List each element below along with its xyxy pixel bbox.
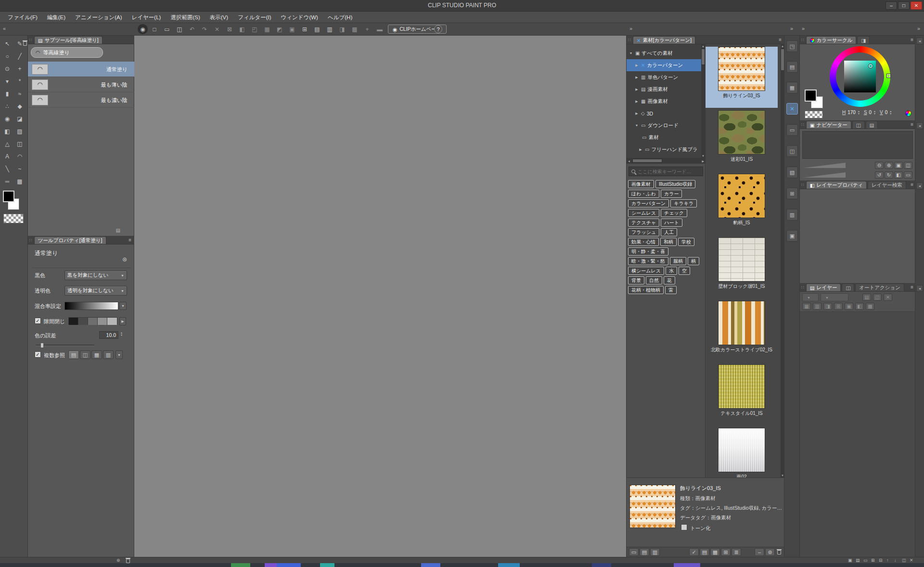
menu-edit[interactable]: 編集(E) [42,12,70,23]
collapse-layers-icon[interactable]: ◂ [916,285,923,292]
material-item[interactable]: 北欧カラーストライプ02_IS [706,301,778,362]
dock-expand-icon[interactable]: » [790,26,793,31]
dock-palette-icon-9[interactable]: ▥ [786,209,798,220]
panel-menu-icon[interactable]: ≡ [911,122,913,127]
materials-tab[interactable]: ✕ 素材[カラーパターン] [633,36,695,44]
lock-layer-icon[interactable]: ▤ [862,294,871,301]
balloon-tool[interactable]: ◠ [14,151,26,161]
status-icon[interactable]: ↑ [886,558,889,563]
maximize-button[interactable]: □ [898,1,910,10]
delete-material-icon[interactable] [777,550,781,554]
dock-palette-icon-10[interactable]: ▣ [786,230,798,242]
dock-palette-icon-3[interactable]: ▦ [786,82,798,93]
open-file-icon[interactable]: ▭ [161,24,173,34]
pencil-tool[interactable]: ╱ [14,51,26,61]
mask-layer-icon[interactable]: ◧ [855,303,864,310]
rotate-left-icon[interactable]: ↺ [875,171,884,179]
panel-grip-icon[interactable]: ∷ [29,38,32,42]
actual-size-icon[interactable]: ◫ [904,162,912,169]
line-tool[interactable]: ╲ [1,164,13,174]
zoom-tool[interactable]: ⊙ [1,64,13,74]
status-icon[interactable]: ◫ [902,558,906,563]
dock-palette-icon-8[interactable]: ⊞ [786,188,798,199]
new-folder-icon[interactable]: ▭ [629,548,639,556]
menu-selection[interactable]: 選択範囲(S) [166,12,205,23]
chevron-right-icon[interactable]: ▶ [638,148,643,152]
history-tab[interactable]: ◫ [842,284,854,291]
hue-marker[interactable] [887,74,890,77]
tag-button[interactable]: 水 [666,267,677,275]
tag-button[interactable]: 背景 [628,276,644,284]
tag-button[interactable]: カラーパターン [628,199,669,207]
menu-help[interactable]: ヘルプ(H) [323,12,357,23]
reset-view-icon[interactable]: ▭ [904,171,912,179]
delete-icon[interactable]: ✕ [211,24,223,34]
status-icon[interactable]: ⊞ [871,558,875,563]
collapse-layer-property-icon[interactable]: ◂ [916,182,923,189]
chevron-down-icon[interactable]: ▼ [634,124,639,127]
tag-button[interactable]: 横シームレス [628,267,664,275]
ruler-tool[interactable]: ═ [1,176,13,186]
panel-menu-icon[interactable]: ≡ [911,182,913,187]
tag-button[interactable]: 明・静・柔・喜 [628,247,668,256]
multi-reference-checkbox[interactable]: ✓ [35,351,41,358]
tag-button[interactable]: 花 [664,276,675,284]
tree-item-manga-material[interactable]: ▶ ▤ 漫画素材 [627,83,701,95]
clear-icon[interactable]: ⊠ [224,24,235,34]
snap-ruler-icon[interactable]: ▤ [311,24,323,34]
blend-ratio-gradient[interactable] [64,302,118,310]
tree-item-all-materials[interactable]: ▼ ▣ すべての素材 [627,47,701,59]
foreground-color-swatch[interactable] [3,191,14,202]
color-circle-tab[interactable]: カラーサークル [806,36,857,44]
frame-tool[interactable]: ◫ [14,139,26,149]
eyedropper-tool[interactable]: ▾ [1,76,13,86]
tool-property-tab[interactable]: ツールプロパティ[通常塗り] [34,236,106,244]
minimize-button[interactable]: – [886,1,897,10]
navigator-tab[interactable]: ▣ ナビゲーター [806,121,851,129]
tag-button[interactable]: カラー [661,190,682,198]
flip-horizontal-icon[interactable]: ◧ [894,171,903,179]
dock-palette-icon-2[interactable]: ▤ [786,61,798,73]
snap-special-ruler-icon[interactable]: ▥ [324,24,335,34]
tree-item-3d[interactable]: ▶ ◇ 3D [627,107,701,119]
transparent-color-swatch[interactable] [805,111,823,118]
tone-checkbox[interactable] [681,524,687,530]
value-stepper[interactable]: ▲▼ [889,110,892,115]
hue-stepper[interactable]: ▲▼ [858,110,860,115]
color-margin-slider-handle[interactable] [40,343,44,348]
status-icon[interactable]: ✕ [910,558,913,563]
tree-item-color-pattern[interactable]: ▶ ✕ カラーパターン [627,59,701,71]
status-icon[interactable]: ▤ [856,558,860,563]
transparent-color-swatch[interactable] [3,214,24,223]
tag-button[interactable]: 暗・激・緊・怒 [628,257,668,265]
blend-mode-select[interactable]: ▼ [802,294,819,301]
material-item[interactable]: 雨02 [706,428,778,477]
wrench-icon[interactable]: ⊛ [122,256,127,263]
dock-palette-icon-7[interactable]: ▧ [786,167,798,178]
lasso-tool[interactable]: ○ [1,51,13,61]
select-mode-icon[interactable]: ✓ [689,548,699,556]
tag-button[interactable]: 空 [679,267,690,275]
chevron-down-icon[interactable]: ▼ [629,52,633,55]
ruler-icon[interactable]: ▬ [374,24,385,34]
color-margin-value[interactable]: 10.0 [99,331,118,339]
menu-file[interactable]: ファイル(F) [3,12,42,23]
zoom-in-icon[interactable]: ⊕ [885,162,893,169]
tag-button[interactable]: 学校 [678,238,694,246]
tag-button[interactable]: シームレス [628,209,659,217]
collapse-color-panel-icon[interactable]: ◂ [916,38,923,44]
tag-button[interactable]: 柄 [688,257,699,265]
tag-button[interactable]: 和柄 [660,238,677,246]
chevron-right-icon[interactable]: ▶ [634,76,639,79]
collapse-left-icon[interactable]: « [3,26,6,31]
dock-material-palette-icon[interactable]: ✕ [786,103,798,115]
guide-icon[interactable]: + [361,24,373,34]
invert-selection-icon[interactable]: ◩ [274,24,285,34]
refer-folder-icon[interactable]: ▥ [103,350,114,359]
panel-grip-icon[interactable]: ∷ [801,182,804,187]
chevron-right-icon[interactable]: ▶ [634,64,639,67]
foreground-color-swatch[interactable] [805,90,817,102]
dock-palette-icon-6[interactable]: ◫ [786,145,798,157]
trash-icon[interactable] [126,559,130,563]
dock-palette-icon-1[interactable]: ◳ [786,40,798,52]
